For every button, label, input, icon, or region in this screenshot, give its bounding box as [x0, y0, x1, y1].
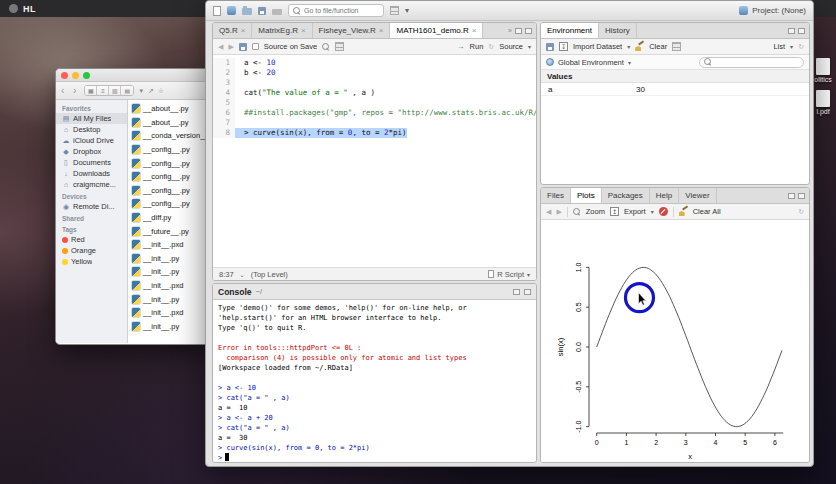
project-selector[interactable]: Project: (None): [739, 6, 806, 15]
scope-dropdown-caret-icon[interactable]: ▾: [628, 59, 631, 66]
tab-packages[interactable]: Packages: [602, 188, 650, 203]
maximize-pane-icon[interactable]: [798, 193, 805, 199]
tab-viewer[interactable]: Viewer: [679, 188, 716, 203]
file-item[interactable]: __config__.py: [128, 184, 211, 198]
environment-search-input[interactable]: [715, 59, 799, 66]
run-icon[interactable]: →: [457, 42, 465, 51]
sidebar-item-red[interactable]: Red: [56, 234, 127, 245]
tab-matrixeg-r[interactable]: MatrixEg.R×: [252, 23, 312, 38]
code-tools-icon[interactable]: [335, 42, 344, 51]
maximize-pane-icon[interactable]: [524, 289, 531, 295]
save-icon[interactable]: [258, 7, 266, 15]
file-type-label[interactable]: R Script: [497, 270, 524, 279]
list-view-icon[interactable]: ≡: [97, 86, 109, 95]
new-project-icon[interactable]: [227, 6, 236, 15]
save-file-icon[interactable]: [239, 43, 247, 51]
tab-q5-r[interactable]: Q5.R×: [213, 23, 252, 38]
print-icon[interactable]: [272, 6, 282, 15]
minimize-pane-icon[interactable]: [515, 28, 522, 34]
file-item[interactable]: __init__.py: [128, 292, 211, 306]
grid-icon[interactable]: [672, 42, 681, 51]
finder-titlebar[interactable]: [56, 69, 211, 82]
back-icon[interactable]: ◀: [218, 43, 223, 51]
environment-searchbox[interactable]: [699, 57, 804, 68]
environment-scope[interactable]: Global Environment: [558, 58, 624, 67]
file-item[interactable]: __diff.py: [128, 211, 211, 225]
file-item[interactable]: __config__.py: [128, 143, 211, 157]
remove-plot-icon[interactable]: [659, 207, 668, 216]
refresh-icon[interactable]: ↻: [798, 43, 804, 51]
plot-canvas[interactable]: 0123456-1.0-0.50.00.51.0xsin(x): [541, 221, 809, 461]
minimize-pane-icon[interactable]: [788, 193, 795, 199]
share-icon[interactable]: ↗: [148, 87, 154, 95]
view-switcher[interactable]: ▦ ≡ ▥ ▤: [84, 85, 134, 96]
file-item[interactable]: __config__.py: [128, 170, 211, 184]
close-tab-icon[interactable]: ×: [379, 26, 384, 35]
tab-help[interactable]: Help: [650, 188, 679, 203]
file-item[interactable]: __config__.py: [128, 156, 211, 170]
tab-environment[interactable]: Environment: [541, 23, 599, 38]
zoom-button[interactable]: [83, 72, 90, 79]
import-caret-icon[interactable]: ▾: [627, 43, 630, 50]
maximize-pane-icon[interactable]: [798, 28, 805, 34]
tab-files[interactable]: Files: [541, 188, 571, 203]
icon-view-icon[interactable]: ▦: [85, 86, 97, 95]
list-view-button[interactable]: List: [773, 42, 785, 51]
goto-file-input[interactable]: [304, 7, 379, 14]
file-item[interactable]: __conda_version__: [128, 129, 211, 143]
export-caret-icon[interactable]: ▾: [651, 208, 654, 215]
scope-label[interactable]: (Top Level): [251, 270, 288, 279]
file-item[interactable]: __init__.pxd: [128, 238, 211, 252]
tab-fisheye-view-r[interactable]: Fisheye_View.R×: [313, 23, 391, 38]
refresh-icon[interactable]: ↻: [798, 208, 804, 216]
goto-file-search[interactable]: [288, 4, 384, 17]
file-item[interactable]: __init__.py: [128, 320, 211, 334]
save-workspace-icon[interactable]: [546, 43, 554, 51]
tab-overflow-icon[interactable]: »: [508, 27, 512, 34]
minimize-button[interactable]: [72, 72, 79, 79]
sidebar-item-desktop[interactable]: ⌂Desktop: [56, 124, 127, 135]
column-view-icon[interactable]: ▥: [109, 86, 121, 95]
code-editor[interactable]: 1a <- 102b <- 2034cat("The value of a = …: [213, 56, 536, 266]
clear-all-button[interactable]: Clear All: [693, 207, 721, 216]
sidebar-item-all-my-files[interactable]: ▤All My Files: [56, 113, 127, 124]
close-tab-icon[interactable]: ×: [301, 26, 306, 35]
tab-history[interactable]: History: [599, 23, 637, 38]
close-tab-icon[interactable]: ×: [472, 26, 477, 35]
export-button[interactable]: Export: [624, 207, 646, 216]
file-item[interactable]: __about__.py: [128, 116, 211, 130]
arrange-icon[interactable]: ▾: [139, 87, 143, 95]
import-dataset-button[interactable]: Import Dataset: [573, 42, 622, 51]
file-item[interactable]: __init__.py: [128, 252, 211, 266]
addins-icon[interactable]: ▾: [405, 6, 409, 15]
zoom-button[interactable]: Zoom: [586, 207, 605, 216]
clear-button[interactable]: Clear: [649, 42, 667, 51]
tab-plots[interactable]: Plots: [571, 188, 602, 203]
plot-area[interactable]: 0123456-1.0-0.50.00.51.0xsin(x): [541, 221, 809, 462]
source-button[interactable]: Source: [499, 42, 523, 51]
source-menu-caret-icon[interactable]: ▾: [528, 43, 531, 50]
tags-icon[interactable]: ⌾: [159, 87, 163, 95]
sidebar-item-downloads[interactable]: ↓Downloads: [56, 168, 127, 179]
sidebar-item-yellow[interactable]: Yellow: [56, 256, 127, 267]
find-replace-icon[interactable]: [322, 43, 330, 51]
source-on-save-checkbox[interactable]: [252, 43, 259, 50]
list-caret-icon[interactable]: ▾: [790, 43, 793, 50]
file-item[interactable]: __config__.py: [128, 197, 211, 211]
back-forward-icons[interactable]: ‹ ›: [61, 85, 79, 96]
forward-icon[interactable]: ▶: [228, 43, 233, 51]
sidebar-item-dropbox[interactable]: ◆Dropbox: [56, 146, 127, 157]
close-button[interactable]: [61, 72, 68, 79]
file-type-caret-icon[interactable]: ▾: [527, 271, 530, 278]
minimize-pane-icon[interactable]: [788, 28, 795, 34]
maximize-pane-icon[interactable]: [525, 28, 532, 34]
console-output[interactable]: Type 'demo()' for some demos, 'help()' f…: [213, 301, 536, 462]
open-folder-icon[interactable]: [242, 6, 252, 15]
rerun-icon[interactable]: ↻: [488, 43, 494, 51]
sidebar-item-orange[interactable]: Orange: [56, 245, 127, 256]
file-item[interactable]: __init__.pxd: [128, 306, 211, 320]
next-plot-icon[interactable]: ▶: [556, 208, 561, 216]
run-button[interactable]: Run: [470, 42, 484, 51]
file-item[interactable]: __init__.pxd: [128, 279, 211, 293]
previous-plot-icon[interactable]: ◀: [546, 208, 551, 216]
